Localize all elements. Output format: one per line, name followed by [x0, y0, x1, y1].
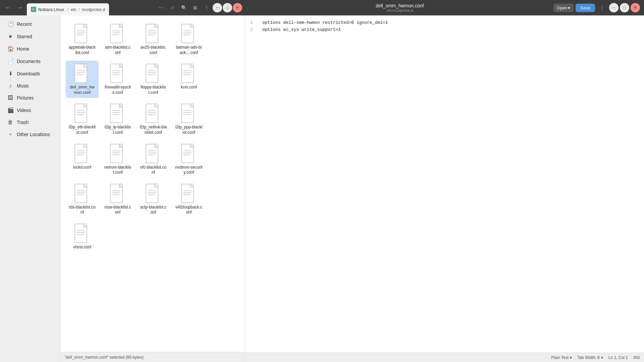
file-icon: [145, 143, 161, 164]
file-name: dell_smm_hwmon.conf: [68, 85, 96, 95]
tab-width-selector[interactable]: Tab Width: 8 ▾: [577, 355, 603, 360]
file-item[interactable]: appletalk-blacklist.conf: [66, 21, 99, 58]
sidebar-item-home[interactable]: 🏠 Home: [2, 43, 58, 55]
file-item[interactable]: firewalld-sysctls.conf: [101, 61, 134, 98]
minimize-icon: ─: [216, 5, 219, 10]
file-item[interactable]: l2tp_ppp-blacklist.conf: [172, 101, 205, 138]
file-item[interactable]: vhost.conf: [66, 221, 99, 253]
file-item[interactable]: batman-adv-black....conf: [172, 21, 205, 58]
search-button[interactable]: 🔍: [178, 2, 189, 13]
file-item[interactable]: lockd.conf: [66, 141, 99, 178]
file-item[interactable]: kvm.conf: [172, 61, 205, 98]
sidebar-item-starred[interactable]: ★ Starred: [2, 31, 58, 42]
cursor-position: Ln 1, Col 1: [608, 355, 628, 360]
downloads-icon: ⬇: [7, 70, 13, 77]
file-name: sctp-blacklist.conf: [140, 205, 167, 215]
file-icon: [74, 143, 90, 164]
file-item[interactable]: l2tp_netlink-blacklist.conf: [137, 101, 170, 138]
file-icon: [110, 183, 126, 203]
position-label: Ln 1, Col 1: [608, 355, 628, 360]
file-item[interactable]: netrom-blacklist.conf: [101, 141, 134, 178]
tab-width-label: Tab Width: 8: [577, 355, 600, 360]
file-icon: [145, 183, 161, 203]
forward-button[interactable]: →: [15, 2, 25, 13]
open-button[interactable]: Open ▾: [553, 4, 574, 12]
sidebar-item-documents[interactable]: 📄 Documents: [2, 55, 58, 67]
sidebar-label-music: Music: [17, 83, 29, 88]
file-icon: [110, 143, 126, 164]
file-name: nvdimm-security.conf: [175, 165, 203, 175]
editor-minimize-button[interactable]: ─: [609, 3, 619, 12]
open-label: Open: [557, 5, 568, 10]
forward-icon: →: [17, 5, 23, 11]
save-button[interactable]: Save: [576, 4, 595, 12]
sidebar: 🕐 Recent ★ Starred 🏠 Home 📄 Documents ⬇ …: [0, 15, 60, 362]
file-name: l2tp_eth-blacklist.conf: [68, 125, 96, 135]
file-icon: [181, 143, 197, 164]
file-item[interactable]: l2tp_ip-blacklist.conf: [101, 101, 134, 138]
videos-icon: 🎬: [7, 107, 13, 113]
bookmark-button[interactable]: ☆: [167, 2, 178, 13]
editor-menu-icon: ⋮: [599, 5, 605, 11]
file-icon: [181, 23, 197, 44]
sidebar-item-recent[interactable]: 🕐 Recent: [2, 18, 58, 30]
filemgr-menu-button[interactable]: ⋮: [201, 2, 212, 13]
view-icon: ⊞: [193, 5, 197, 10]
more-button[interactable]: ⋯: [156, 2, 166, 13]
file-name: appletalk-blacklist.conf: [68, 45, 96, 55]
music-icon: ♪: [7, 83, 13, 89]
file-manager-tab[interactable]: F Nobara Linux / etc / modprobe.d: [27, 3, 109, 15]
file-icon: [145, 103, 161, 123]
maximize-button[interactable]: □: [223, 3, 232, 12]
file-item[interactable]: v4l2loopback.conf: [172, 181, 205, 218]
file-pane: appletalk-blacklist.conf atm-blacklist.c…: [60, 15, 245, 362]
close-button[interactable]: ✕: [233, 3, 242, 12]
plain-text-selector[interactable]: Plain Text ▾: [551, 355, 572, 360]
plain-text-label: Plain Text: [551, 355, 569, 360]
editor-maximize-button[interactable]: □: [620, 3, 629, 12]
file-item[interactable]: ax25-blacklist.conf: [137, 21, 170, 58]
file-icon: [110, 63, 126, 83]
sidebar-label-recent: Recent: [17, 21, 32, 27]
file-name: atm-blacklist.conf: [104, 45, 131, 55]
close-icon: ✕: [236, 5, 239, 10]
sidebar-item-downloads[interactable]: ⬇ Downloads: [2, 68, 58, 79]
file-item[interactable]: nvdimm-security.conf: [172, 141, 205, 178]
file-item[interactable]: rose-blacklist.conf: [101, 181, 134, 218]
editor-content[interactable]: 1options dell-smm-hwmon restricted=0 ign…: [245, 15, 644, 353]
file-status-text: "dell_smm_hwmon.conf" selected (80 bytes…: [64, 355, 144, 360]
sidebar-item-music[interactable]: ♪ Music: [2, 80, 58, 92]
view-button[interactable]: ⊞: [190, 2, 201, 13]
sidebar-item-pictures[interactable]: 🖼 Pictures: [2, 92, 58, 104]
breadcrumb-sep-2: /: [78, 7, 80, 12]
sidebar-item-videos[interactable]: 🎬 Videos: [2, 104, 58, 116]
file-icon: [74, 103, 90, 123]
file-icon: [181, 183, 197, 203]
editor-close-button[interactable]: ✕: [631, 3, 640, 12]
back-button[interactable]: ←: [3, 2, 13, 13]
file-name: rose-blacklist.conf: [104, 205, 131, 215]
minimize-button[interactable]: ─: [213, 3, 222, 12]
file-name: kvm.conf: [181, 85, 197, 90]
file-item[interactable]: atm-blacklist.conf: [101, 21, 134, 58]
sidebar-item-other-locations[interactable]: ＋ Other Locations: [2, 129, 58, 140]
editor-title-area: dell_smm_hwmon.conf /etc/modprobe.d: [249, 3, 551, 12]
editor-pane: 1options dell-smm-hwmon restricted=0 ign…: [245, 15, 644, 362]
file-item[interactable]: nfc-blacklist.conf: [137, 141, 170, 178]
filemgr-menu-icon: ⋮: [204, 5, 209, 10]
file-name: batman-adv-black....conf: [175, 45, 203, 55]
file-item[interactable]: dell_smm_hwmon.conf: [66, 61, 99, 98]
sidebar-label-videos: Videos: [17, 108, 31, 113]
editor-menu-button[interactable]: ⋮: [597, 3, 607, 13]
file-item[interactable]: l2tp_eth-blacklist.conf: [66, 101, 99, 138]
bookmark-icon: ☆: [170, 5, 175, 10]
file-item[interactable]: sctp-blacklist.conf: [137, 181, 170, 218]
file-icon: [181, 103, 197, 123]
file-item[interactable]: rds-blacklist.conf: [66, 181, 99, 218]
ins-mode: INS: [633, 355, 640, 360]
file-item[interactable]: floppy-blacklist.conf: [137, 61, 170, 98]
sidebar-item-trash[interactable]: 🗑 Trash: [2, 117, 58, 128]
save-label: Save: [580, 5, 590, 10]
editor-line: 1options dell-smm-hwmon restricted=0 ign…: [250, 19, 639, 26]
file-icon: [74, 183, 90, 203]
